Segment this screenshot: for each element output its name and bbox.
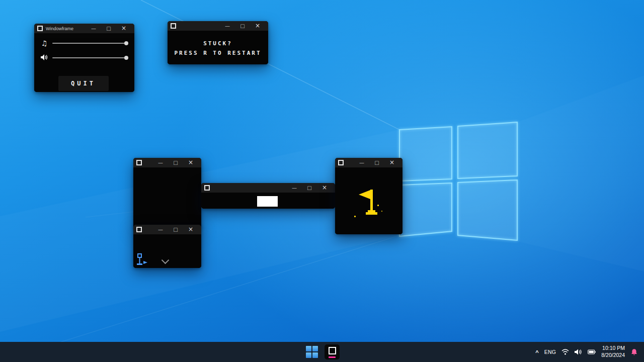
titlebar[interactable]: — □ × <box>335 158 403 167</box>
speaker-icon <box>40 53 48 62</box>
clock-time: 10:10 PM <box>601 345 625 352</box>
close-button[interactable]: × <box>250 21 265 31</box>
battery-icon[interactable] <box>588 349 596 354</box>
window-icon <box>338 160 344 165</box>
window-icon <box>136 160 142 165</box>
slider-track <box>52 43 127 44</box>
quit-button[interactable]: QUIT <box>58 76 109 91</box>
music-volume-slider[interactable] <box>52 40 128 47</box>
notification-bell-icon[interactable] <box>630 348 638 356</box>
window-title: Windowframe <box>46 26 73 31</box>
close-button[interactable]: × <box>384 158 399 167</box>
minimize-button[interactable]: — <box>220 21 235 31</box>
window-platform: — □ × <box>201 183 335 209</box>
start-logo-icon <box>312 352 318 358</box>
maximize-button[interactable]: □ <box>168 158 183 167</box>
titlebar[interactable]: — □ × <box>168 21 268 31</box>
sparkle-icon <box>354 216 356 217</box>
hint-line-1: STUCK? <box>168 39 268 48</box>
window-icon <box>171 23 176 29</box>
system-tray: ^ ENG 10:10 PM 8/20/2024 <box>535 345 644 358</box>
language-indicator[interactable]: ENG <box>544 349 556 355</box>
music-note-icon: ♫ <box>40 40 48 47</box>
window-settings: Windowframe — □ × ♫ <box>34 24 134 92</box>
minimize-button[interactable]: — <box>287 183 302 193</box>
slider-track <box>52 57 127 58</box>
clock[interactable]: 10:10 PM 8/20/2024 <box>601 345 625 358</box>
tray-expand-chevron-icon[interactable]: ^ <box>535 349 538 355</box>
slider-knob[interactable] <box>124 56 128 60</box>
sparkle-icon <box>381 211 382 212</box>
close-button[interactable]: × <box>183 225 198 234</box>
close-button[interactable]: × <box>183 158 198 167</box>
maximize-button[interactable]: □ <box>168 225 183 234</box>
maximize-button[interactable]: □ <box>369 158 384 167</box>
minimize-button[interactable]: — <box>86 24 101 33</box>
window-icon <box>136 227 142 232</box>
window-icon <box>37 26 43 31</box>
close-button[interactable]: × <box>317 183 332 193</box>
maximize-button[interactable]: □ <box>302 183 317 193</box>
titlebar[interactable]: — □ × <box>201 183 335 193</box>
player-character-icon <box>136 253 149 266</box>
titlebar[interactable]: Windowframe — □ × <box>34 24 134 33</box>
goal-flag-icon <box>357 189 379 217</box>
window-empty-room: — □ × <box>133 158 201 229</box>
wifi-icon[interactable] <box>561 349 569 355</box>
window-player: — □ × <box>133 225 201 268</box>
window-icon <box>204 185 210 191</box>
close-button[interactable]: × <box>116 24 131 33</box>
sparkle-icon <box>377 205 379 206</box>
start-logo-icon <box>306 346 311 351</box>
window-goal: — □ × <box>335 158 403 234</box>
minimize-button[interactable]: — <box>354 158 369 167</box>
start-logo-icon <box>306 352 311 358</box>
volume-icon[interactable] <box>575 349 582 355</box>
titlebar[interactable]: — □ × <box>133 158 201 167</box>
clock-date: 8/20/2024 <box>601 352 625 359</box>
maximize-button[interactable]: □ <box>101 24 116 33</box>
hint-line-2: PRESS R TO RESTART <box>168 48 268 58</box>
slider-knob[interactable] <box>124 41 128 45</box>
start-logo-icon <box>312 346 318 351</box>
platform-block <box>257 196 278 207</box>
window-hint: — □ × STUCK? PRESS R TO RESTART <box>168 21 268 64</box>
start-button[interactable] <box>304 344 319 359</box>
minimize-button[interactable]: — <box>153 158 168 167</box>
active-app-indicator <box>329 356 336 358</box>
taskbar-app-windowframe[interactable] <box>325 344 340 359</box>
sfx-volume-slider[interactable] <box>52 54 128 61</box>
taskbar: ^ ENG 10:10 PM 8/20/2024 <box>0 342 644 362</box>
titlebar[interactable]: — □ × <box>133 225 201 234</box>
maximize-button[interactable]: □ <box>235 21 250 31</box>
chevron-down-icon <box>162 256 170 264</box>
minimize-button[interactable]: — <box>153 225 168 234</box>
windowframe-app-icon <box>329 347 336 354</box>
